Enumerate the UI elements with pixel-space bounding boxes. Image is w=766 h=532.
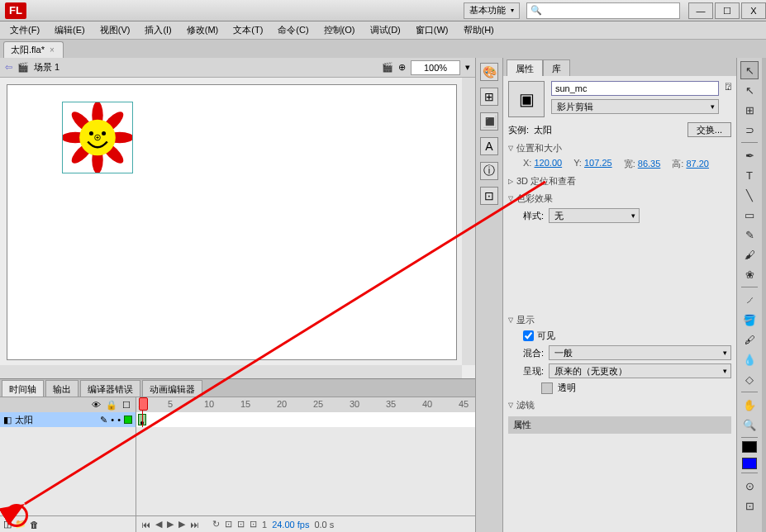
deco-tool[interactable]: ❀ [740, 265, 759, 283]
eraser-tool[interactable]: ◇ [740, 370, 759, 388]
stroke-color-swatch[interactable] [742, 441, 757, 453]
eyedropper-tool[interactable]: 💧 [740, 350, 759, 368]
blend-dropdown[interactable]: 一般 [549, 345, 731, 360]
tab-compiler[interactable]: 编译器错误 [80, 380, 140, 397]
help-icon[interactable]: ⍰ [726, 81, 731, 91]
section-3d[interactable]: ▷3D 定位和查看 [508, 175, 731, 188]
pen-tool[interactable]: ✒ [740, 146, 759, 164]
fps-display[interactable]: 24.00 fps [272, 520, 309, 530]
playhead[interactable] [142, 397, 143, 427]
pencil-tool[interactable]: ✎ [740, 226, 759, 244]
snap-icon[interactable]: ⊙ [740, 477, 759, 495]
menu-file[interactable]: 文件(F) [7, 22, 43, 38]
tab-library[interactable]: 库 [543, 59, 570, 76]
color-panel-icon[interactable]: 🎨 [480, 63, 498, 81]
rectangle-tool[interactable]: ▭ [740, 206, 759, 224]
sunflower-instance[interactable] [62, 102, 133, 173]
menu-window[interactable]: 窗口(W) [412, 22, 452, 38]
width-value[interactable]: 86.35 [638, 159, 661, 169]
section-display[interactable]: ▽显示 [508, 314, 731, 326]
menu-view[interactable]: 视图(V) [97, 22, 134, 38]
transform-panel-icon[interactable]: ⊡ [480, 187, 498, 205]
stage[interactable] [7, 84, 457, 360]
minimize-button[interactable]: — [688, 2, 713, 19]
horizontal-scrollbar[interactable] [0, 365, 462, 378]
transparent-swatch[interactable] [541, 382, 553, 394]
edit-scene-icon[interactable]: 🎬 [382, 62, 393, 73]
visible-checkbox[interactable] [523, 330, 534, 341]
line-tool[interactable]: ╲ [740, 186, 759, 204]
layer-color-swatch[interactable] [124, 416, 132, 424]
bone-tool[interactable]: ⟋ [740, 291, 759, 309]
render-dropdown[interactable]: 原来的（无更改） [549, 363, 731, 378]
zoom-input[interactable]: 100% [411, 60, 460, 75]
stage-area[interactable] [0, 78, 475, 378]
selection-tool[interactable]: ↖ [740, 61, 759, 79]
app-logo: FL [5, 2, 26, 19]
menu-modify[interactable]: 修改(M) [183, 22, 222, 38]
zoom-dropdown-icon[interactable]: ▾ [465, 62, 470, 73]
menu-control[interactable]: 控制(O) [321, 22, 359, 38]
tab-close-icon[interactable]: × [50, 45, 55, 55]
delete-layer-button[interactable]: 🗑 [30, 520, 39, 530]
symbol-type-dropdown[interactable]: 影片剪辑 [551, 99, 719, 114]
zoom-tool[interactable]: 🔍 [740, 416, 759, 434]
timeline-panel: 时间轴 输出 编译器错误 动画编辑器 👁 🔒 ☐ ◧ 太阳 ✎ [0, 378, 475, 532]
frame-ruler[interactable]: 1 5 10 15 20 25 30 35 40 45 [136, 397, 475, 412]
menu-debug[interactable]: 调试(D) [367, 22, 404, 38]
layer-row[interactable]: ◧ 太阳 ✎ •• [0, 412, 136, 427]
tab-motion-editor[interactable]: 动画编辑器 [142, 380, 202, 397]
text-tool[interactable]: T [740, 166, 759, 184]
close-button[interactable]: X [741, 2, 766, 19]
tab-timeline[interactable]: 时间轴 [2, 380, 44, 397]
back-icon[interactable]: ⇦ [5, 62, 12, 73]
menu-commands[interactable]: 命令(C) [274, 22, 312, 38]
lock-icon[interactable]: 🔒 [106, 400, 117, 411]
section-color-effect[interactable]: ▽色彩效果 [508, 192, 731, 205]
edit-symbol-icon[interactable]: ⊕ [398, 62, 406, 73]
step-fwd-icon[interactable]: ▶ [178, 519, 185, 530]
free-transform-tool[interactable]: ⊞ [740, 101, 759, 119]
instance-name-input[interactable]: sun_mc [551, 81, 719, 96]
title-bar: FL 基本功能 ▾ 🔍 — ☐ X [0, 0, 766, 21]
section-position-size[interactable]: ▽位置和大小 [508, 142, 731, 154]
frames-track[interactable] [136, 412, 475, 427]
paint-bucket-tool[interactable]: 🪣 [740, 311, 759, 329]
outline-icon[interactable]: ☐ [122, 400, 131, 411]
menu-edit[interactable]: 编辑(E) [51, 22, 88, 38]
fill-color-swatch[interactable] [742, 458, 757, 469]
maximize-button[interactable]: ☐ [715, 2, 740, 19]
y-value[interactable]: 107.25 [584, 158, 612, 168]
height-value[interactable]: 87.20 [686, 159, 709, 169]
menu-help[interactable]: 帮助(H) [460, 22, 497, 38]
info-panel-icon[interactable]: ⓘ [480, 162, 498, 180]
search-input[interactable]: 🔍 [526, 2, 680, 19]
document-tab[interactable]: 太阳.fla* × [3, 41, 64, 58]
play-icon[interactable]: ▶ [167, 519, 174, 530]
vertical-scrollbar[interactable] [462, 78, 475, 365]
section-filters[interactable]: ▽滤镜 [508, 399, 731, 411]
swap-button[interactable]: 交换... [687, 122, 731, 137]
hand-tool[interactable]: ✋ [740, 396, 759, 414]
option-icon[interactable]: ⊡ [740, 496, 759, 515]
style-dropdown[interactable]: 无 [549, 208, 640, 223]
swatches-panel-icon[interactable]: ⊞ [480, 88, 498, 106]
workspace-dropdown[interactable]: 基本功能 ▾ [464, 2, 520, 19]
x-value[interactable]: 120.00 [534, 158, 562, 168]
scene-name[interactable]: 场景 1 [34, 61, 59, 74]
ink-bottle-tool[interactable]: 🖋 [740, 330, 759, 349]
align-panel-icon[interactable]: 🔳 [480, 112, 498, 131]
brush-tool[interactable]: 🖌 [740, 245, 759, 264]
rewind-icon[interactable]: ⏮ [141, 520, 150, 530]
eye-icon[interactable]: 👁 [92, 400, 101, 410]
ffwd-icon[interactable]: ⏭ [190, 520, 199, 530]
tab-output[interactable]: 输出 [45, 380, 79, 397]
layer-name: 太阳 [15, 414, 33, 426]
char-panel-icon[interactable]: A [480, 137, 498, 155]
subselection-tool[interactable]: ↖ [740, 81, 759, 99]
tab-properties[interactable]: 属性 [507, 59, 543, 76]
menu-text[interactable]: 文本(T) [230, 22, 266, 38]
lasso-tool[interactable]: ⊃ [740, 121, 759, 139]
step-back-icon[interactable]: ◀ [155, 519, 162, 530]
menu-insert[interactable]: 插入(I) [141, 22, 174, 38]
